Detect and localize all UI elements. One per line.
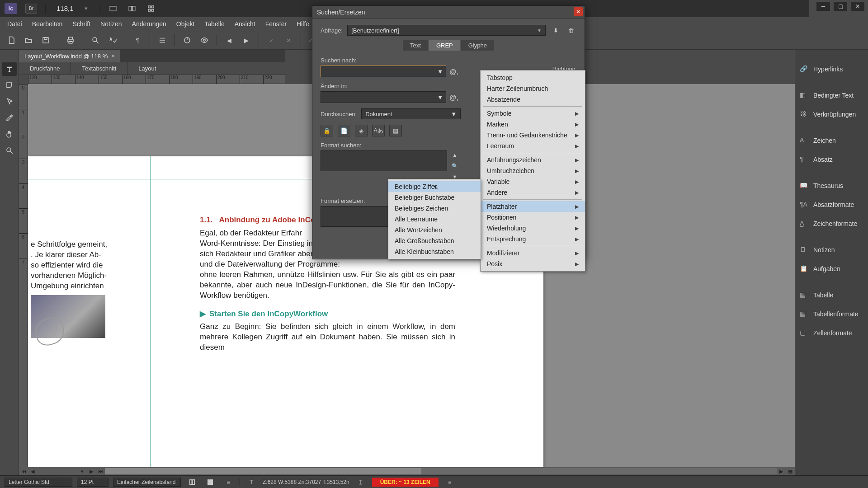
submenu-beliebige-ziffer[interactable]: Beliebige Ziffer [388,181,481,192]
format-search-box[interactable] [321,150,447,171]
status-leading[interactable]: Einfacher Zeilenabstand [113,478,181,487]
menu-ansicht[interactable]: Ansicht [230,19,260,29]
bridge-button[interactable]: Br [25,4,37,14]
submenu-alle-kleinbuchstaben[interactable]: Alle Kleinbuchstaben [388,246,481,257]
hand-tool-icon[interactable] [2,127,17,141]
close-tab-icon[interactable]: × [111,53,114,59]
screen-mode-icon-2[interactable] [127,4,137,14]
menu-schrift[interactable]: Schrift [68,19,95,29]
panel-zellenformate[interactable]: ▢Zellenformate [795,324,868,342]
last-page-icon[interactable]: ⏭ [96,469,105,474]
menu-bearbeiten[interactable]: Bearbeiten [28,19,67,29]
status-icon-1[interactable] [185,475,199,488]
document-tab[interactable]: Layout_Workflow.indd @ 118 % × [19,50,120,62]
tab-grep[interactable]: GREP [429,40,460,51]
open-icon[interactable] [22,33,35,47]
panel-bedingter-text[interactable]: ◧Bedingter Text [795,87,868,104]
spellcheck-icon[interactable] [106,33,119,47]
view-tab-layout[interactable]: Layout [127,62,167,75]
format-search-up-icon[interactable]: ▲ [450,150,460,160]
position-tool-icon[interactable] [2,95,17,108]
status-align-icon[interactable]: ≡ [222,475,235,488]
panel-absatzformate[interactable]: ¶AAbsatzformate [795,196,868,213]
prev-icon[interactable]: ◀ [222,33,236,47]
menu-item-platzhalter[interactable]: Platzhalter▶ [481,201,585,212]
status-marker-icon[interactable]: ⊤ [245,475,258,488]
horizontal-scrollbar[interactable] [105,468,777,474]
replace-input[interactable]: ▼ [321,91,446,103]
menu-item-marken[interactable]: Marken▶ [481,119,585,130]
menu-item-modifizierer[interactable]: Modifizierer▶ [481,248,585,258]
page-dropdown-icon[interactable]: ▾ [78,469,87,474]
print-icon[interactable] [64,33,77,47]
special-char-button-replace[interactable]: @, [448,91,460,103]
search-input[interactable]: ▼ [321,66,446,77]
menu-item-symbole[interactable]: Symbole▶ [481,108,585,119]
split-view-icon[interactable]: ▦ [786,469,795,474]
dialog-close-button[interactable]: ✕ [574,7,583,16]
special-char-button-search[interactable]: @, [448,66,460,77]
eye-icon[interactable] [198,33,211,47]
tab-glyphe[interactable]: Glyphe [461,40,494,51]
minimize-button[interactable]: ─ [816,2,830,11]
view-tab-druckfahne[interactable]: Druckfahne [19,62,71,75]
menu-fenster[interactable]: Fenster [261,19,291,29]
menu-item-trennstriche[interactable]: Trenn- und Gedankenstriche▶ [481,130,585,141]
menu-item-absatzende[interactable]: Absatzende [481,94,585,105]
toggle-footnotes-icon[interactable]: ▤ [389,125,402,136]
status-menu-icon[interactable]: ≡ [443,475,457,488]
panel-zeichen[interactable]: AZeichen [795,132,868,149]
save-query-icon[interactable]: ⬇ [550,25,561,36]
type-tool-icon[interactable] [2,62,17,76]
submenu-beliebiges-zeichen[interactable]: Beliebiges Zeichen [388,203,481,214]
menu-objekt[interactable]: Objekt [172,19,199,29]
list-icon[interactable] [156,33,169,47]
panel-notizen[interactable]: 🗒Notizen [795,241,868,258]
menu-item-posix[interactable]: Posix▶ [481,258,585,269]
menu-datei[interactable]: Datei [3,19,27,29]
panel-thesaurus[interactable]: 📖Thesaurus [795,177,868,194]
menu-item-andere[interactable]: Andere▶ [481,187,585,198]
maximize-button[interactable]: ▢ [834,2,847,11]
submenu-beliebiger-buchstabe[interactable]: Beliebiger Buchstabe [388,192,481,203]
submenu-alle-wortzeichen[interactable]: Alle Wortzeichen [388,225,481,235]
eyedropper-tool-icon[interactable] [2,111,17,125]
next-icon[interactable]: ▶ [240,33,253,47]
panel-absatz[interactable]: ¶Absatz [795,151,868,168]
arrange-icon[interactable] [146,4,156,14]
toggle-locked-stories-icon[interactable]: 📄 [338,125,350,136]
pilcrow-icon[interactable]: ¶ [131,33,144,47]
format-search-specify-icon[interactable]: 🔍 [450,161,460,170]
power-icon[interactable] [180,33,194,47]
status-icon-2[interactable] [203,475,217,488]
menu-item-entsprechung[interactable]: Entsprechung▶ [481,234,585,244]
menu-item-anfuehrungszeichen[interactable]: Anführungszeichen▶ [481,155,585,165]
submenu-alle-leerraeume[interactable]: Alle Leerräume [388,214,481,225]
find-icon[interactable] [89,33,102,47]
menu-item-positionen[interactable]: Positionen▶ [481,212,585,223]
new-icon[interactable] [5,33,18,47]
menu-notizen[interactable]: Notizen [96,19,126,29]
dialog-title-bar[interactable]: Suchen/Ersetzen ✕ [312,6,585,19]
status-font[interactable]: Letter Gothic Std [5,478,72,487]
menu-item-leerraum[interactable]: Leerraum▶ [481,141,585,151]
panel-verknuepfungen[interactable]: ⛓Verknüpfungen [795,106,868,123]
status-size[interactable]: 12 Pt [77,478,108,487]
panel-tabelle[interactable]: ▦Tabelle [795,286,868,304]
zoom-level[interactable]: 118,1 [54,5,76,12]
toggle-locked-layers-icon[interactable]: 🔒 [321,125,333,136]
menu-item-zeilenumbruch[interactable]: Harter Zeilenumbruch [481,83,585,94]
menu-hilfe[interactable]: Hilfe [292,19,314,29]
panel-aufgaben[interactable]: 📋Aufgaben [795,260,868,277]
scroll-right-icon[interactable]: ▶ [777,469,786,474]
next-page-icon[interactable]: ▶ [87,469,96,474]
panel-hyperlinks[interactable]: 🔗Hyperlinks [795,61,868,78]
save-icon[interactable] [39,33,52,47]
view-tab-textabschnitt[interactable]: Textabschnitt [71,62,127,75]
toggle-master-pages-icon[interactable]: Aあ [372,125,385,136]
tab-text[interactable]: Text [403,40,428,51]
first-page-icon[interactable]: ⏮ [19,469,28,474]
toggle-hidden-layers-icon[interactable]: ◈ [355,125,368,136]
prev-page-icon[interactable]: ◀ [28,469,37,474]
menu-aenderungen[interactable]: Änderungen [127,19,171,29]
